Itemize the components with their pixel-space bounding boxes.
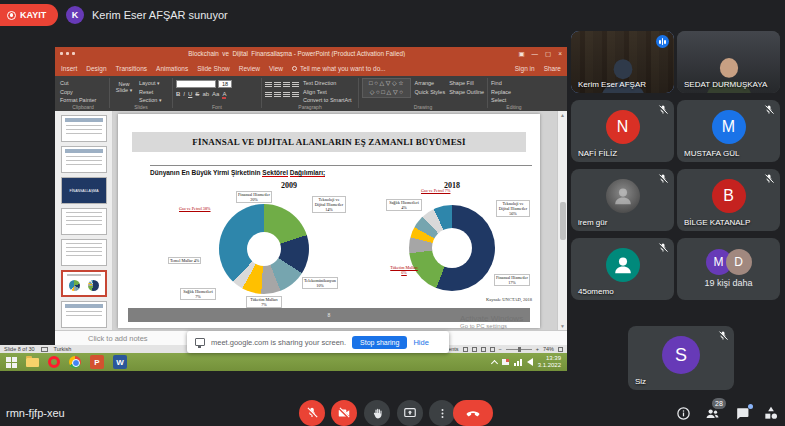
slide-thumbnail[interactable] xyxy=(61,301,107,328)
participant-tile-mustafa[interactable]: M MUSTAFA GÜL xyxy=(677,100,780,162)
select-button[interactable]: Select xyxy=(491,97,511,104)
underline-button[interactable]: U xyxy=(188,91,192,99)
cut-button[interactable]: Cut xyxy=(60,80,96,87)
slide-thumbnail-current[interactable] xyxy=(61,270,107,297)
replace-button[interactable]: Replace xyxy=(491,89,511,96)
action-center-icon[interactable] xyxy=(502,359,509,365)
participant-tile-kerim[interactable]: Kerim Eser AFŞAR xyxy=(571,31,674,93)
new-slide-button[interactable]: New Slide ▾ xyxy=(113,78,135,103)
reading-view-icon[interactable] xyxy=(481,347,486,352)
format-painter-button[interactable]: Format Painter xyxy=(60,97,96,104)
chat-button[interactable] xyxy=(735,406,750,425)
meeting-details-button[interactable] xyxy=(676,406,691,425)
bullets-numbering-icons[interactable] xyxy=(265,81,299,87)
text-direction-button[interactable]: Text Direction xyxy=(303,80,352,87)
slide-thumbnail[interactable] xyxy=(61,115,107,142)
participant-tile-bilge[interactable]: B BİLGE KATANALP xyxy=(677,169,780,231)
zoom-out-icon[interactable]: − xyxy=(499,346,502,352)
participant-tile-self[interactable]: S Siz xyxy=(628,326,734,390)
normal-view-icon[interactable] xyxy=(463,347,468,352)
participant-tile-sedat[interactable]: SEDAT DURMUŞKAYA xyxy=(677,31,780,93)
slideshow-view-icon[interactable] xyxy=(490,347,495,352)
alignment-icons[interactable] xyxy=(265,91,299,97)
network-icon[interactable] xyxy=(514,359,522,366)
slide-sorter-icon[interactable] xyxy=(472,347,477,352)
tab-slideshow[interactable]: Slide Show xyxy=(197,65,230,72)
share-button[interactable]: Share xyxy=(544,65,561,72)
bold-button[interactable]: B xyxy=(176,91,180,99)
reset-button[interactable]: Reset xyxy=(139,89,161,96)
participant-tile-nafi[interactable]: N NAFİ FİLİZ xyxy=(571,100,674,162)
maximize-icon[interactable]: ▢ xyxy=(545,50,551,58)
tab-design[interactable]: Design xyxy=(86,65,106,72)
stop-sharing-button[interactable]: Stop sharing xyxy=(352,336,407,349)
italic-button[interactable]: I xyxy=(183,91,185,99)
present-screen-button[interactable] xyxy=(397,400,423,426)
display-settings-icon[interactable] xyxy=(41,347,48,352)
scrollbar-thumb[interactable] xyxy=(560,202,566,240)
slide-thumbnail[interactable] xyxy=(61,239,107,266)
character-spacing-button[interactable]: ab xyxy=(202,91,209,99)
scroll-up-icon[interactable]: ▲ xyxy=(560,112,565,118)
ribbon-display-icon[interactable]: ▣ xyxy=(518,50,524,58)
canvas-scrollbar[interactable]: ▲ ▼ xyxy=(557,111,567,330)
tray-expand-icon[interactable] xyxy=(491,359,498,366)
file-explorer-icon[interactable] xyxy=(26,358,39,367)
opera-icon[interactable] xyxy=(48,356,60,368)
tab-view[interactable]: View xyxy=(269,65,283,72)
font-name-box[interactable] xyxy=(176,80,216,88)
copy-button[interactable]: Copy xyxy=(60,89,96,96)
volume-icon[interactable] xyxy=(527,358,533,366)
info-icon xyxy=(676,406,691,421)
hide-banner-link[interactable]: Hide xyxy=(413,338,428,347)
word-icon[interactable]: W xyxy=(113,355,127,369)
slide-thumbnail-panel: FİNANSALLAŞMA xyxy=(55,111,113,345)
sign-in-button[interactable]: Sign in xyxy=(515,65,535,72)
arrange-button[interactable]: Arrange xyxy=(415,80,446,87)
participant-name: NAFİ FİLİZ xyxy=(578,149,617,158)
tell-me-box[interactable]: Tell me what you want to do... xyxy=(292,65,386,72)
shapes-gallery[interactable]: □ ○ △ ▽ ◇ ☆ ◇ ○ □ △ ▽ ○ xyxy=(362,78,411,98)
tab-insert[interactable]: Insert xyxy=(61,65,77,72)
find-button[interactable]: Find xyxy=(491,80,511,87)
slide-thumbnail[interactable] xyxy=(61,146,107,173)
convert-smartart-button[interactable]: Convert to SmartArt xyxy=(303,97,352,104)
align-text-button[interactable]: Align Text xyxy=(303,89,352,96)
close-icon[interactable]: × xyxy=(558,50,562,58)
slide-thumbnail[interactable] xyxy=(61,208,107,235)
zoom-slider[interactable] xyxy=(506,349,532,350)
tab-transitions[interactable]: Transitions xyxy=(116,65,148,72)
slide-thumbnail-finansallasma[interactable]: FİNANSALLAŞMA xyxy=(61,177,107,204)
tab-animations[interactable]: Animations xyxy=(156,65,188,72)
start-button[interactable] xyxy=(6,357,17,368)
change-case-button[interactable]: Aa xyxy=(212,91,219,99)
scroll-down-icon[interactable]: ▼ xyxy=(560,323,565,329)
zoom-level[interactable]: 74% xyxy=(543,346,554,352)
quick-access-toolbar[interactable] xyxy=(60,52,75,55)
shape-outline-button[interactable]: Shape Outline xyxy=(449,89,484,96)
strikethrough-button[interactable]: S xyxy=(195,91,199,99)
taskbar-clock[interactable]: 13:39 3.1.2022 xyxy=(538,355,561,369)
activities-button[interactable] xyxy=(763,405,779,425)
quick-styles-button[interactable]: Quick Styles xyxy=(415,89,446,96)
section-button[interactable]: Section ▾ xyxy=(139,97,161,104)
mic-toggle-button[interactable] xyxy=(299,400,325,426)
end-call-button[interactable] xyxy=(453,400,493,426)
more-options-button[interactable] xyxy=(429,400,455,426)
language-indicator[interactable]: Turkish xyxy=(54,346,72,352)
participant-tile-45omemo[interactable]: 45omemo xyxy=(571,238,674,300)
chrome-icon[interactable] xyxy=(69,356,81,368)
participant-tile-irem[interactable]: irem gür xyxy=(571,169,674,231)
raise-hand-button[interactable] xyxy=(364,400,390,426)
font-color-button[interactable]: A xyxy=(222,91,226,99)
layout-button[interactable]: Layout ▾ xyxy=(139,80,161,87)
zoom-in-icon[interactable]: + xyxy=(536,346,539,352)
powerpoint-icon[interactable]: P xyxy=(90,355,104,369)
font-size-box[interactable]: 18 xyxy=(218,80,232,88)
minimize-icon[interactable]: — xyxy=(532,50,539,58)
participant-tile-overflow[interactable]: M D 19 kişi daha xyxy=(677,238,780,300)
camera-toggle-button[interactable] xyxy=(331,400,357,426)
fit-slide-icon[interactable] xyxy=(558,347,563,352)
tab-review[interactable]: Review xyxy=(239,65,260,72)
shape-fill-button[interactable]: Shape Fill xyxy=(449,80,484,87)
